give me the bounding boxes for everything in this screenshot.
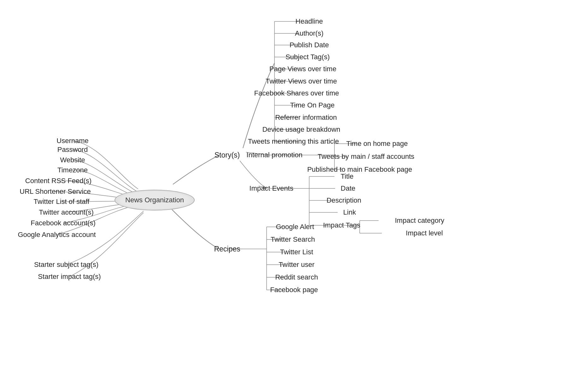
node-headline: Headline <box>296 17 323 26</box>
node-stories: Story(s) <box>215 151 240 159</box>
node-impact-tags: Impact Tags <box>323 221 360 229</box>
node-device-usage: Device usage breakdown <box>262 125 340 134</box>
center-node: News Organization <box>115 190 195 210</box>
node-facebook-accounts: Facebook account(s) <box>31 219 95 227</box>
node-twitter-views: Twitter Views over time <box>266 77 337 85</box>
node-referrer-info: Referrer information <box>275 113 337 122</box>
node-time-home-page: Time on home page <box>346 140 408 148</box>
node-website: Website <box>60 156 85 164</box>
node-twitter-search: Twitter Search <box>271 235 315 244</box>
node-publish-date: Publish Date <box>290 41 329 49</box>
node-recipes: Recipes <box>214 245 240 253</box>
node-twitter-list: Twitter List <box>280 248 313 256</box>
node-time-on-page: Time On Page <box>290 101 334 109</box>
node-subject-tags: Subject Tag(s) <box>286 53 330 61</box>
node-title: Title <box>341 172 354 181</box>
node-url-shortener: URL Shortener Service <box>20 187 91 196</box>
node-impact-events: Impact Events <box>249 184 293 193</box>
node-tweets-staff: Tweets by main / staff accounts <box>318 153 415 161</box>
node-starter-impact-tags: Starter impact tag(s) <box>38 273 101 281</box>
node-google-analytics: Google Analytics account <box>18 231 96 239</box>
node-facebook-shares: Facebook Shares over time <box>254 89 339 97</box>
node-twitter-user: Twitter user <box>279 261 315 269</box>
node-twitter-accounts: Twitter account(s) <box>39 208 94 216</box>
node-password: Password <box>57 146 88 154</box>
node-reddit-search: Reddit search <box>275 273 318 281</box>
node-google-alert: Google Alert <box>276 223 314 231</box>
node-content-rss: Content RSS Feed(s) <box>25 177 91 185</box>
mindmap-container: News Organization Username Password Webs… <box>0 0 578 392</box>
node-username: Username <box>56 137 88 145</box>
node-published-facebook: Published to main Facebook page <box>307 165 412 174</box>
node-starter-subject-tags: Starter subject tag(s) <box>34 261 98 269</box>
node-internal-promotion: Internal promotion <box>246 151 302 159</box>
node-impact-level: Impact level <box>406 229 443 237</box>
node-timezone: Timezone <box>57 166 88 174</box>
node-impact-category: Impact category <box>395 216 445 225</box>
node-authors: Author(s) <box>295 29 323 37</box>
node-tweets-mentioning: Tweets mentioning this article <box>248 137 339 146</box>
node-facebook-page: Facebook page <box>270 286 318 294</box>
node-link: Link <box>343 208 356 216</box>
node-twitter-list-staff: Twitter List of staff <box>34 198 90 206</box>
node-page-views: Page Views over time <box>269 65 336 73</box>
node-date: Date <box>341 184 355 193</box>
node-description: Description <box>327 196 361 205</box>
